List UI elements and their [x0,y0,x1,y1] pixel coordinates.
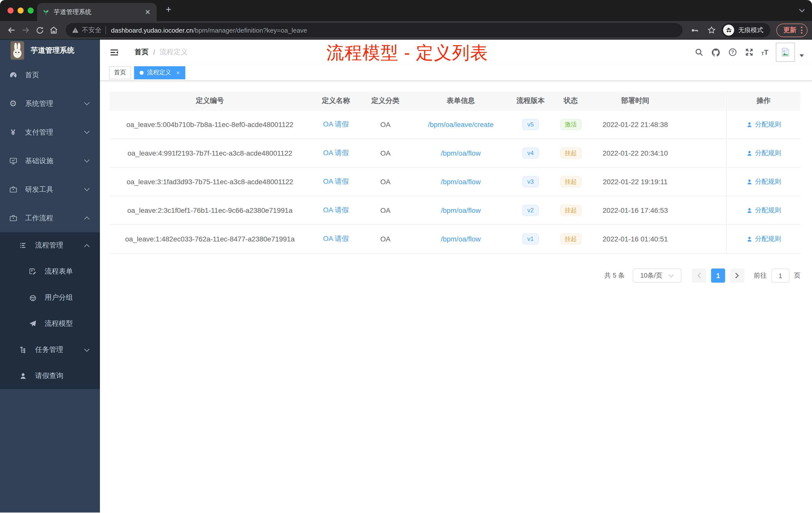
definition-name-link[interactable]: OA 请假 [323,149,349,158]
assign-rules-link[interactable]: 分配规则 [746,120,781,129]
sidebar-item-leave-query[interactable]: 请假查询 [0,363,100,389]
form-link[interactable]: /bpm/oa/flow [441,178,481,186]
sidebar-item-user-group[interactable]: 用户分组 [0,284,100,311]
cell-form: /bpm/oa/leave/create [409,111,512,139]
column-header-id: 定义编号 [110,91,310,110]
minimize-window-button[interactable] [18,7,24,13]
user-icon [746,121,753,128]
assign-rules-link[interactable]: 分配规则 [746,206,781,215]
assign-rules-link[interactable]: 分配规则 [746,177,781,186]
definition-id: oa_leave:3:1fad3d93-7b75-11ec-a3c8-acde4… [126,178,293,186]
form-link[interactable]: /bpm/oa/leave/create [428,120,494,128]
sidebar-logo-row[interactable]: 芋道管理系统 [0,40,100,61]
gear-icon: ⚙ [8,99,18,108]
browser-menu-dots-icon[interactable] [801,27,803,34]
cell-version: v2 [512,196,549,224]
action-label: 分配规则 [755,149,781,158]
assign-rules-link[interactable]: 分配规则 [746,234,781,243]
prev-page-button[interactable] [692,269,706,282]
breadcrumb-current: 流程定义 [160,48,188,57]
tag-close-icon[interactable]: × [176,69,180,76]
cell-action: 分配规则 [726,111,801,139]
sidebar-item-home[interactable]: 首页 [0,61,100,89]
yen-icon: ¥ [8,128,18,136]
new-tab-button[interactable]: + [166,4,171,15]
sidebar-item-payment-management[interactable]: ¥支付管理 [0,118,100,147]
assign-rules-link[interactable]: 分配规则 [746,149,781,158]
logo-avatar [10,41,24,59]
goto-page-input[interactable] [771,269,789,282]
deploy-time: 2022-01-16 17:46:53 [603,206,668,214]
back-icon[interactable] [4,23,19,37]
window-controls [7,7,34,13]
search-icon[interactable] [695,48,703,57]
navbar-tools: ? TT [695,43,804,62]
definition-category: OA [380,206,390,214]
tab-close-icon[interactable]: ✕ [144,8,152,16]
bookmark-star-icon[interactable] [704,23,719,37]
navbar: 首页 / 流程定义 ? T [100,40,812,65]
github-icon[interactable] [711,48,721,57]
home-icon[interactable] [47,23,61,37]
sidebar-item-label: 研发工具 [25,185,53,194]
cell-version: v3 [512,168,549,196]
sidebar-item-infrastructure[interactable]: 基础设施 [0,147,100,175]
tab-search-chevron-icon[interactable] [799,8,805,12]
sidebar-item-system-management[interactable]: ⚙系统管理 [0,89,100,118]
form-link[interactable]: /bpm/oa/flow [441,235,481,243]
zoom-window-button[interactable] [28,7,34,13]
sidebar-item-label: 请假查询 [35,371,63,381]
sidebar-item-label: 用户分组 [45,293,73,302]
browser-update-button[interactable]: 更新 [776,23,808,37]
definition-name-link[interactable]: OA 请假 [323,234,349,243]
close-window-button[interactable] [7,7,13,13]
form-icon [28,268,38,276]
breadcrumb-separator: / [153,48,155,56]
chevron-down-icon [84,102,90,105]
sidebar-item-task-management[interactable]: 任务管理 [0,337,100,363]
user-avatar[interactable] [776,43,795,62]
pagination: 共 5 条 10条/页 1 前往 页 [100,269,801,282]
sidebar-collapse-icon[interactable] [110,48,119,57]
url-bar[interactable]: 不安全 dashboard.yudao.iocoder.cn /bpm/mana… [66,23,683,37]
definition-name-link[interactable]: OA 请假 [323,120,349,129]
tag-home[interactable]: 首页 [109,66,131,79]
form-link[interactable]: /bpm/oa/flow [441,149,481,157]
forward-icon[interactable] [19,23,33,37]
url-host: dashboard.yudao.iocoder.cn [111,26,193,34]
cell-time: 2022-01-16 01:40:51 [592,225,678,253]
fullscreen-icon[interactable] [745,48,754,57]
cell-time: 2022-01-22 21:48:38 [592,111,678,139]
tag-process-definition[interactable]: 流程定义× [134,66,185,79]
sidebar-item-process-management[interactable]: 流程管理 [0,233,100,259]
cell-category: OA [361,196,409,224]
chevron-down-icon [84,188,90,191]
security-label[interactable]: 不安全 [82,26,102,35]
sidebar-item-label: 首页 [25,70,39,80]
incognito-badge: 无痕模式 [722,23,770,37]
sidebar-item-dev-tools[interactable]: 研发工具 [0,175,100,204]
cell-action: 分配规则 [726,196,801,224]
avatar-dropdown-caret-icon[interactable] [800,54,804,57]
next-page-button[interactable] [730,269,744,282]
cell-name: OA 请假 [310,225,361,253]
cell-action: 分配规则 [726,139,801,167]
page-size-select[interactable]: 10条/页 [633,269,682,282]
breadcrumb-home[interactable]: 首页 [135,48,149,57]
current-page-button[interactable]: 1 [711,269,725,282]
tree-icon [18,346,28,354]
browser-tab[interactable]: 芋道管理系统 ✕ [37,3,157,21]
definition-name-link[interactable]: OA 请假 [323,206,349,215]
form-link[interactable]: /bpm/oa/flow [441,206,481,214]
cell-category: OA [361,168,409,196]
definition-name-link[interactable]: OA 请假 [323,177,349,186]
version-badge: v2 [522,205,539,216]
font-size-icon[interactable]: TT [761,48,768,56]
reload-icon[interactable] [33,23,47,37]
sidebar-item-process-form[interactable]: 流程表单 [0,259,100,284]
password-key-icon[interactable] [688,23,701,37]
sidebar-item-workflow[interactable]: 工作流程 [0,204,100,233]
paper-plane-icon [28,320,38,328]
sidebar-item-process-model[interactable]: 流程模型 [0,311,100,337]
help-icon[interactable]: ? [728,48,737,57]
